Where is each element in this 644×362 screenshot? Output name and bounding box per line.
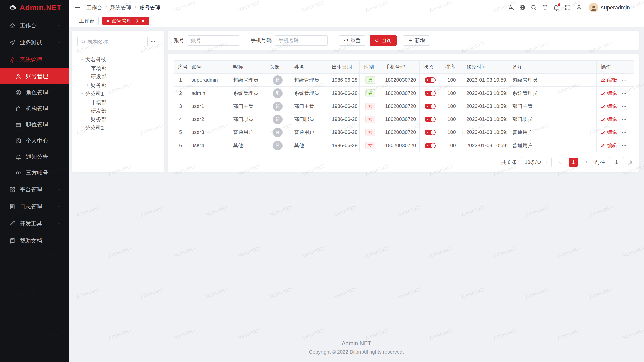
org-search-input[interactable] bbox=[88, 39, 142, 45]
sidebar-item-third-party-account[interactable]: 三方账号 bbox=[0, 165, 69, 181]
caret-right-icon[interactable] bbox=[85, 82, 91, 88]
tab-label: 工作台 bbox=[79, 18, 94, 24]
sidebar-menu: 工作台业务测试系统管理账号管理角色管理机构管理职位管理个人中心通知公告三方账号平… bbox=[0, 15, 69, 362]
avatar: 超 bbox=[273, 75, 283, 85]
search-button[interactable]: 查询 bbox=[370, 35, 397, 46]
reset-button[interactable]: 重置 bbox=[339, 35, 366, 46]
tab-workbench[interactable]: 工作台 bbox=[75, 17, 99, 25]
status-toggle[interactable] bbox=[425, 90, 436, 96]
edit-button[interactable]: 编辑 bbox=[601, 142, 617, 149]
sidebar-item-workbench[interactable]: 工作台 bbox=[0, 17, 69, 34]
more-actions-button[interactable] bbox=[621, 129, 627, 135]
sidebar-item-help-docs[interactable]: 帮助文档 bbox=[0, 232, 69, 249]
edit-button[interactable]: 编辑 bbox=[601, 90, 617, 97]
cell-actions: 编辑 bbox=[597, 87, 634, 100]
status-toggle[interactable] bbox=[425, 104, 436, 109]
search-icon[interactable] bbox=[530, 4, 537, 11]
close-icon[interactable] bbox=[141, 19, 145, 23]
notification-badge bbox=[558, 3, 560, 6]
sidebar-item-label: 职位管理 bbox=[26, 121, 48, 128]
next-page-button[interactable] bbox=[582, 158, 591, 167]
gender-badge: 男 bbox=[365, 76, 375, 84]
user-settings-icon[interactable] bbox=[576, 4, 582, 11]
edit-button[interactable]: 编辑 bbox=[601, 129, 617, 136]
sidebar-item-personal-center[interactable]: 个人中心 bbox=[0, 133, 69, 149]
caret-down-icon[interactable] bbox=[79, 91, 85, 97]
sidebar-item-account-management[interactable]: 账号管理 bbox=[0, 68, 69, 84]
edit-button[interactable]: 编辑 bbox=[601, 103, 617, 110]
caret-right-icon[interactable] bbox=[79, 125, 85, 131]
org-tree-node[interactable]: 市场部 bbox=[77, 64, 158, 72]
sidebar-item-business-test[interactable]: 业务测试 bbox=[0, 34, 69, 51]
table-row: 5user3普通用户普普通用户1986-06-28女18020030720100… bbox=[174, 126, 634, 139]
status-toggle[interactable] bbox=[425, 77, 436, 83]
account-input[interactable] bbox=[187, 35, 240, 46]
org-tree-node[interactable]: 大名科技 bbox=[77, 55, 158, 64]
cell-account: user1 bbox=[187, 100, 229, 113]
more-actions-button[interactable] bbox=[621, 116, 627, 122]
sidebar-item-dev-tools[interactable]: 开发工具 bbox=[0, 215, 69, 232]
breadcrumb-item[interactable]: 账号管理 bbox=[139, 4, 160, 11]
org-tree-node[interactable]: 研发部 bbox=[77, 72, 158, 81]
more-actions-button[interactable] bbox=[621, 90, 627, 96]
language-icon[interactable] bbox=[519, 4, 526, 11]
add-button[interactable]: 新增 bbox=[403, 35, 430, 46]
caret-placeholder bbox=[85, 99, 91, 105]
org-tree-node[interactable]: 财务部 bbox=[77, 115, 158, 124]
status-toggle[interactable] bbox=[425, 117, 436, 122]
gender-badge: 女 bbox=[365, 103, 375, 110]
username: superadmin bbox=[601, 4, 630, 11]
cell-seq: 2 bbox=[174, 87, 187, 100]
sidebar-item-position-management[interactable]: 职位管理 bbox=[0, 117, 69, 133]
fullscreen-icon[interactable] bbox=[564, 4, 571, 11]
tab-account-management[interactable]: 账号管理 bbox=[102, 17, 149, 25]
goto-page-input[interactable] bbox=[609, 157, 624, 167]
phone-input[interactable] bbox=[275, 35, 328, 46]
sidebar-item-role-management[interactable]: 角色管理 bbox=[0, 84, 69, 101]
gear-icon bbox=[9, 57, 16, 63]
page-number-1[interactable]: 1 bbox=[569, 158, 578, 167]
breadcrumb-item[interactable]: 系统管理 bbox=[110, 4, 131, 11]
cell-phone: 18020030720 bbox=[381, 100, 420, 113]
refresh-icon[interactable] bbox=[134, 19, 138, 23]
cell-gender: 男 bbox=[360, 87, 381, 100]
org-tree-node[interactable]: 分公司2 bbox=[77, 124, 158, 132]
notification-icon[interactable] bbox=[553, 4, 560, 11]
prev-page-button[interactable] bbox=[556, 158, 565, 167]
org-tree-node[interactable]: 研发部 bbox=[77, 107, 158, 115]
table-row: 6user4其他其其他1986-06-28女180200307201002023… bbox=[174, 139, 634, 152]
sidebar-item-notice-announcement[interactable]: 通知公告 bbox=[0, 149, 69, 165]
status-toggle[interactable] bbox=[425, 143, 436, 148]
avatar: 普 bbox=[273, 128, 283, 137]
sidebar-item-label: 机构管理 bbox=[26, 105, 48, 112]
column-header-5: 出生日期 bbox=[328, 61, 360, 74]
breadcrumb-item[interactable]: 工作台 bbox=[86, 4, 102, 11]
more-actions-button[interactable] bbox=[621, 103, 627, 109]
user-menu[interactable]: superadmin bbox=[589, 3, 636, 12]
sidebar-item-platform-management[interactable]: 平台管理 bbox=[0, 181, 69, 198]
sidebar-item-system-management[interactable]: 系统管理 bbox=[0, 51, 69, 68]
cell-actions: 编辑 bbox=[597, 126, 634, 139]
add-button-label: 新增 bbox=[415, 37, 425, 44]
edit-button[interactable]: 编辑 bbox=[601, 116, 617, 123]
logo[interactable]: Admin.NET bbox=[0, 0, 69, 15]
sidebar-item-org-management[interactable]: 机构管理 bbox=[0, 101, 69, 117]
more-actions-button[interactable] bbox=[621, 143, 627, 149]
org-tree-node[interactable]: 分公司1 bbox=[77, 89, 158, 98]
more-actions-button[interactable] bbox=[621, 77, 627, 83]
table-header-row: 序号账号昵称头像姓名出生日期性别手机号码状态排序修改时间备注操作 bbox=[174, 61, 634, 74]
gender-badge: 女 bbox=[365, 129, 375, 136]
caret-down-icon[interactable] bbox=[79, 57, 85, 63]
org-more-button[interactable] bbox=[147, 37, 158, 47]
page-size-select[interactable]: 10条/页 bbox=[521, 157, 552, 167]
org-tree-node[interactable]: 市场部 bbox=[77, 98, 158, 107]
edit-button[interactable]: 编辑 bbox=[601, 77, 617, 83]
column-header-1: 账号 bbox=[187, 61, 229, 74]
org-tree-node[interactable]: 财务部 bbox=[77, 81, 158, 89]
menu-collapse-icon[interactable] bbox=[74, 4, 81, 11]
theme-icon[interactable] bbox=[542, 4, 548, 11]
font-size-icon[interactable] bbox=[508, 4, 514, 11]
sidebar-item-log-management[interactable]: 日志管理 bbox=[0, 198, 69, 215]
cell-birth-date: 1986-06-28 bbox=[328, 113, 360, 126]
status-toggle[interactable] bbox=[425, 130, 436, 135]
